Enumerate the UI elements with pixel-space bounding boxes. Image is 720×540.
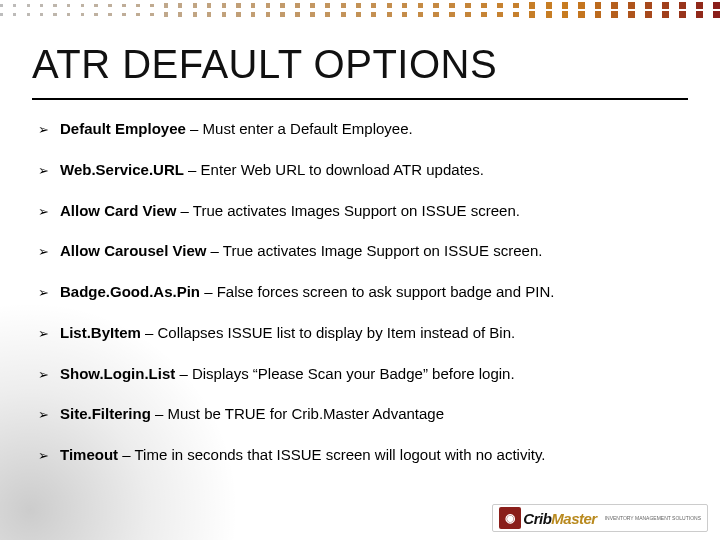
bullet-arrow-icon: ➢	[38, 326, 49, 342]
bullet-term: Web.Service.URL	[60, 161, 184, 178]
bullet-item: ➢Web.Service.URL – Enter Web URL to down…	[38, 161, 682, 180]
logo-tagline: INVENTORY MANAGEMENT SOLUTIONS	[605, 515, 701, 521]
title-underline	[32, 98, 688, 100]
bullet-term: Badge.Good.As.Pin	[60, 283, 200, 300]
bullet-item: ➢List.ByItem – Collapses ISSUE list to d…	[38, 324, 682, 343]
bullet-item: ➢Show.Login.List – Displays “Please Scan…	[38, 365, 682, 384]
bullet-arrow-icon: ➢	[38, 163, 49, 179]
bullet-term: Show.Login.List	[60, 365, 175, 382]
bullet-desc: – Time in seconds that ISSUE screen will…	[118, 446, 545, 463]
bullet-desc: – Must be TRUE for Crib.Master Advantage	[151, 405, 444, 422]
bullet-list-container: ➢Default Employee – Must enter a Default…	[38, 120, 682, 487]
bullet-item: ➢Site.Filtering – Must be TRUE for Crib.…	[38, 405, 682, 424]
bullet-arrow-icon: ➢	[38, 448, 49, 464]
logo-text-2: Master	[551, 510, 596, 527]
bullet-term: List.ByItem	[60, 324, 141, 341]
bullet-arrow-icon: ➢	[38, 244, 49, 260]
bullet-term: Allow Carousel View	[60, 242, 206, 259]
bullet-item: ➢Allow Card View – True activates Images…	[38, 202, 682, 221]
bullet-item: ➢Allow Carousel View – True activates Im…	[38, 242, 682, 261]
slide: ATR DEFAULT OPTIONS ➢Default Employee – …	[0, 0, 720, 540]
bullet-desc: – True activates Image Support on ISSUE …	[206, 242, 542, 259]
top-dot-band	[0, 0, 720, 18]
slide-title: ATR DEFAULT OPTIONS	[32, 42, 497, 87]
bullet-term: Site.Filtering	[60, 405, 151, 422]
bullet-desc: – False forces screen to ask support bad…	[200, 283, 554, 300]
bullet-arrow-icon: ➢	[38, 204, 49, 220]
bullet-desc: – Collapses ISSUE list to display by Ite…	[141, 324, 515, 341]
bullet-term: Allow Card View	[60, 202, 176, 219]
cribmaster-logo: ◉ Crib Master INVENTORY MANAGEMENT SOLUT…	[492, 504, 708, 532]
bullet-term: Timeout	[60, 446, 118, 463]
bullet-arrow-icon: ➢	[38, 285, 49, 301]
bullet-desc: – Must enter a Default Employee.	[186, 120, 413, 137]
bullet-list: ➢Default Employee – Must enter a Default…	[38, 120, 682, 465]
bullet-arrow-icon: ➢	[38, 122, 49, 138]
bullet-desc: – Displays “Please Scan your Badge” befo…	[175, 365, 514, 382]
logo-text-1: Crib	[523, 510, 551, 527]
bullet-desc: – True activates Images Support on ISSUE…	[176, 202, 520, 219]
bullet-term: Default Employee	[60, 120, 186, 137]
bullet-item: ➢Default Employee – Must enter a Default…	[38, 120, 682, 139]
bullet-arrow-icon: ➢	[38, 407, 49, 423]
bullet-arrow-icon: ➢	[38, 367, 49, 383]
bullet-item: ➢Badge.Good.As.Pin – False forces screen…	[38, 283, 682, 302]
bullet-desc: – Enter Web URL to download ATR updates.	[184, 161, 484, 178]
logo-mark-icon: ◉	[499, 507, 521, 529]
bullet-item: ➢Timeout – Time in seconds that ISSUE sc…	[38, 446, 682, 465]
